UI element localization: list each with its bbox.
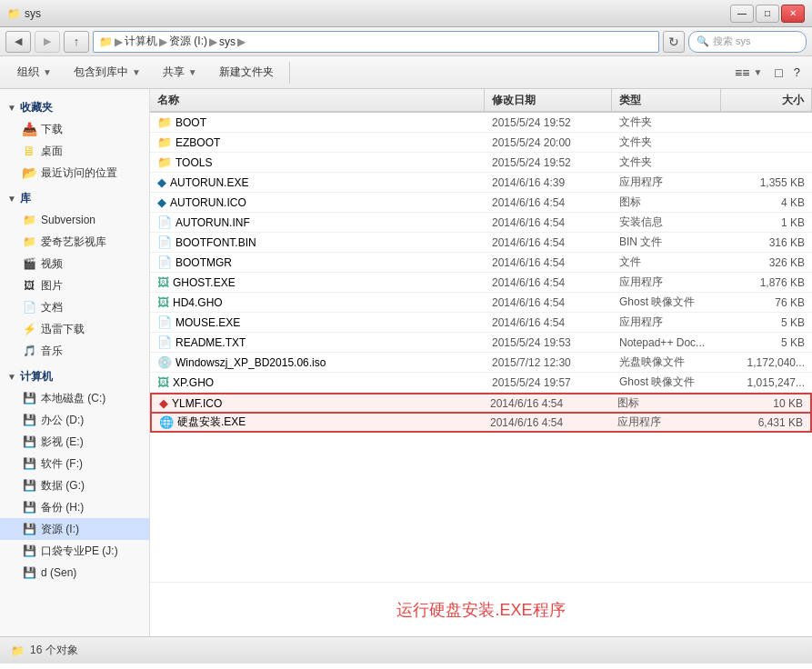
drive-d-icon: 💾 [22,413,36,427]
forward-button[interactable]: ▶ [35,31,60,53]
status-count: 16 个对象 [30,643,78,658]
include-library-button[interactable]: 包含到库中 ▼ [64,60,151,85]
sidebar-item-music[interactable]: 🎵 音乐 [0,340,149,362]
file-icon: 📄 [157,315,172,329]
file-icon: ◆ [157,175,166,189]
sidebar-item-thunder[interactable]: ⚡ 迅雷下载 [0,318,149,340]
file-row[interactable]: 📄 README.TXT 2015/5/24 19:53 Notepad++ D… [150,333,812,353]
drive-e-label: 影视 (E:) [41,434,84,450]
file-icon: 📄 [157,235,172,249]
file-name-text: XP.GHO [173,376,214,389]
file-row[interactable]: 📄 BOOTMGR 2014/6/16 4:54 文件 326 KB [150,253,812,273]
file-size-cell: 5 KB [721,336,812,349]
organize-button[interactable]: 组织 ▼ [7,60,62,85]
computer-header[interactable]: ▼ 计算机 [0,365,149,387]
file-name-text: Windowszj_XP_BD2015.06.iso [175,356,326,369]
file-row[interactable]: 💿 Windowszj_XP_BD2015.06.iso 2015/7/12 1… [150,353,812,373]
up-button[interactable]: ↑ [64,31,89,53]
refresh-button[interactable]: ↻ [663,31,685,53]
sidebar-item-recent[interactable]: 📂 最近访问的位置 [0,162,149,184]
documents-label: 文档 [41,300,63,315]
file-row[interactable]: 🌐 硬盘安装.EXE 2014/6/16 4:54 应用程序 6,431 KB [150,413,812,433]
file-row[interactable]: 📁 BOOT 2015/5/24 19:52 文件夹 [150,113,812,133]
favorites-header[interactable]: ▼ 收藏夹 [0,96,149,118]
column-date-header[interactable]: 修改日期 [485,89,612,111]
sidebar-item-drive-e[interactable]: 💾 影视 (E:) [0,431,149,453]
path-drive[interactable]: 资源 (I:) [169,34,207,49]
share-button[interactable]: 共享 ▼ [153,60,207,85]
path-folder[interactable]: sys [219,35,236,48]
close-button[interactable]: ✕ [781,5,805,23]
sidebar-item-documents[interactable]: 📄 文档 [0,296,149,318]
window-icon: 📁 [7,7,21,20]
minimize-button[interactable]: — [730,5,754,23]
sidebar: ▼ 收藏夹 📥 下载 🖥 桌面 📂 最近访问的位置 ▼ 库 � [0,89,150,636]
sidebar-item-video[interactable]: 🎬 视频 [0,253,149,275]
desktop-icon: 🖥 [22,144,36,158]
file-type-cell: 文件 [612,255,721,270]
view-button[interactable]: ≡≡ ▼ [728,60,768,85]
file-name-text: README.TXT [175,336,246,349]
file-name-text: AUTORUN.INF [175,216,250,229]
sidebar-item-desktop[interactable]: 🖥 桌面 [0,140,149,162]
file-row[interactable]: 📁 EZBOOT 2015/5/24 20:00 文件夹 [150,133,812,153]
sidebar-item-drive-h[interactable]: 💾 备份 (H:) [0,496,149,518]
new-folder-button[interactable]: 新建文件夹 [209,60,284,85]
path-computer[interactable]: 计算机 [125,34,157,49]
help-button[interactable]: ? [789,60,805,85]
sidebar-item-drive-d[interactable]: 💾 办公 (D:) [0,409,149,431]
column-type-header[interactable]: 类型 [612,89,721,111]
search-box[interactable]: 🔍 搜索 sys [688,31,807,53]
file-icon: 🖼 [157,275,169,289]
column-name-header[interactable]: 名称 [150,89,485,111]
file-type-cell: 应用程序 [612,315,721,330]
file-name-text: EZBOOT [175,136,220,149]
file-row[interactable]: ◆ AUTORUN.EXE 2014/6/16 4:39 应用程序 1,355 … [150,173,812,193]
file-row[interactable]: 📁 TOOLS 2015/5/24 19:52 文件夹 [150,153,812,173]
sidebar-item-drive-j[interactable]: 💾 口袋专业PE (J:) [0,540,149,562]
library-arrow: ▼ [7,194,16,204]
layout-toggle-button[interactable]: □ [770,60,787,85]
sidebar-item-download[interactable]: 📥 下载 [0,118,149,140]
file-size-cell: 6,431 KB [719,416,810,429]
file-name-cell: 📁 TOOLS [150,155,485,169]
sidebar-item-aiqiyi[interactable]: 📁 爱奇艺影视库 [0,231,149,253]
file-date-cell: 2015/7/12 12:30 [485,356,612,369]
aiqiyi-label: 爱奇艺影视库 [41,235,106,250]
drive-g-label: 数据 (G:) [41,478,85,494]
library-header[interactable]: ▼ 库 [0,187,149,209]
file-icon: 🖼 [157,375,169,389]
file-size-cell: 326 KB [721,256,812,269]
sidebar-item-drive-c[interactable]: 💾 本地磁盘 (C:) [0,387,149,409]
file-row[interactable]: 🖼 GHOST.EXE 2014/6/16 4:54 应用程序 1,876 KB [150,273,812,293]
sidebar-item-drive-i[interactable]: 💾 资源 (I:) [0,518,149,540]
file-type-cell: Ghost 映像文件 [612,295,721,310]
file-row[interactable]: 📄 AUTORUN.INF 2014/6/16 4:54 安装信息 1 KB [150,213,812,233]
file-type-cell: 应用程序 [610,414,719,430]
file-icon: 📄 [157,215,172,229]
sidebar-item-pictures[interactable]: 🖼 图片 [0,275,149,296]
maximize-button[interactable]: □ [756,5,779,23]
drive-g-icon: 💾 [22,478,36,493]
file-name-cell: 📄 AUTORUN.INF [150,215,485,229]
sidebar-item-drive-d2[interactable]: 💾 d (Sen) [0,562,149,584]
address-path[interactable]: 📁 ▶ 计算机 ▶ 资源 (I:) ▶ sys ▶ [93,31,659,53]
pictures-label: 图片 [41,278,63,294]
file-icon: 📁 [157,115,172,129]
column-size-header[interactable]: 大小 [721,89,812,111]
file-date-cell: 2015/5/24 19:53 [485,336,612,349]
sidebar-item-drive-f[interactable]: 💾 软件 (F:) [0,453,149,474]
sidebar-item-subversion[interactable]: 📁 Subversion [0,209,149,231]
file-row[interactable]: ◆ AUTORUN.ICO 2014/6/16 4:54 图标 4 KB [150,193,812,213]
back-button[interactable]: ◀ [5,31,31,53]
file-type-cell: 图标 [610,395,719,411]
file-row[interactable]: 📄 BOOTFONT.BIN 2014/6/16 4:54 BIN 文件 316… [150,233,812,253]
file-row[interactable]: 🖼 HD4.GHO 2014/6/16 4:54 Ghost 映像文件 76 K… [150,293,812,313]
file-row[interactable]: 📄 MOUSE.EXE 2014/6/16 4:54 应用程序 5 KB [150,313,812,333]
file-row[interactable]: 🖼 XP.GHO 2015/5/24 19:57 Ghost 映像文件 1,01… [150,373,812,393]
file-size-cell: 5 KB [721,316,812,329]
file-row[interactable]: ◆ YLMF.ICO 2014/6/16 4:54 图标 10 KB [150,393,812,413]
file-name-cell: 📄 BOOTMGR [150,255,485,269]
file-icon: ◆ [157,195,166,209]
sidebar-item-drive-g[interactable]: 💾 数据 (G:) [0,474,149,496]
